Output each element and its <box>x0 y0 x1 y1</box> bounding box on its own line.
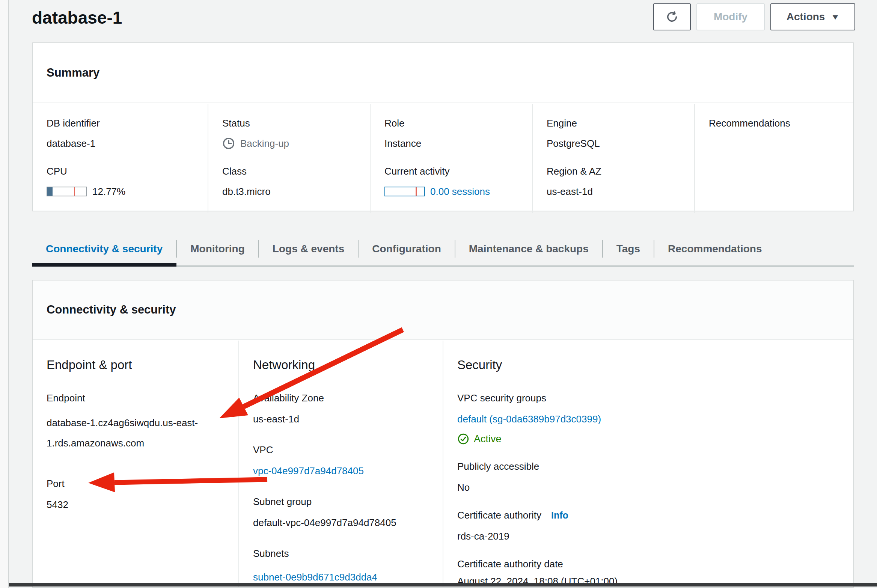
port-value: 5432 <box>47 498 229 511</box>
refresh-button[interactable] <box>653 3 691 30</box>
actions-button[interactable]: Actions ▼ <box>770 3 855 30</box>
endpoint-port-title: Endpoint & port <box>47 358 229 372</box>
left-gutter <box>0 0 9 588</box>
page-title: database-1 <box>32 8 122 28</box>
engine-label: Engine <box>547 117 687 130</box>
summary-col-identifier: DB identifier database-1 CPU 12.77% <box>33 104 208 213</box>
cpu-meter <box>47 187 87 196</box>
engine-value: PostgreSQL <box>547 137 687 150</box>
region-az-value: us-east-1d <box>547 185 687 198</box>
tab-tags[interactable]: Tags <box>603 232 654 265</box>
caret-down-icon: ▼ <box>831 13 840 21</box>
current-activity-value: 0.00 sessions <box>430 185 490 198</box>
vpc-security-groups-label: VPC security groups <box>457 392 844 404</box>
connectivity-security-title: Connectivity & security <box>33 280 853 340</box>
cpu-value: 12.77% <box>92 185 125 198</box>
certificate-authority-label: Certificate authority <box>457 509 541 522</box>
window-bottom-edge <box>9 583 877 586</box>
connectivity-security-panel: Connectivity & security Endpoint & port … <box>32 280 854 588</box>
recommendations-label: Recommendations <box>709 117 846 130</box>
tab-connectivity-security[interactable]: Connectivity & security <box>32 232 176 265</box>
subnet-group-label: Subnet group <box>253 495 434 508</box>
refresh-icon <box>665 10 679 24</box>
endpoint-value: database-1.cz4ag6siwqdu.us-east-1.rds.am… <box>47 413 209 453</box>
class-label: Class <box>222 165 362 178</box>
detail-tabs: Connectivity & security Monitoring Logs … <box>32 232 854 267</box>
tab-recommendations[interactable]: Recommendations <box>654 232 776 265</box>
current-activity-label: Current activity <box>384 165 524 178</box>
certificate-authority-value: rds-ca-2019 <box>457 530 844 543</box>
status-label: Status <box>222 117 362 130</box>
tab-maintenance-backups[interactable]: Maintenance & backups <box>455 232 603 265</box>
cpu-label: CPU <box>47 165 200 178</box>
availability-zone-value: us-east-1d <box>253 413 434 425</box>
db-identifier-label: DB identifier <box>47 117 200 130</box>
summary-col-status: Status Backing-up Class db.t3.micro <box>208 104 370 213</box>
actions-button-label: Actions <box>787 11 825 23</box>
certificate-authority-date-label: Certificate authority date <box>457 558 844 570</box>
subnets-label: Subnets <box>253 547 434 560</box>
class-value: db.t3.micro <box>222 185 362 198</box>
summary-panel: Summary DB identifier database-1 CPU 12.… <box>32 42 854 211</box>
vpc-link[interactable]: vpc-04e997d7a94d78405 <box>253 465 364 476</box>
publicly-accessible-label: Publicly accessible <box>457 460 844 473</box>
summary-grid: DB identifier database-1 CPU 12.77% Stat… <box>33 104 853 211</box>
toolbar: Modify Actions ▼ <box>653 3 855 30</box>
security-group-status: Active <box>474 433 502 445</box>
status-value: Backing-up <box>240 137 289 150</box>
networking-title: Networking <box>253 358 434 372</box>
tab-monitoring[interactable]: Monitoring <box>176 232 259 265</box>
tab-configuration[interactable]: Configuration <box>358 232 455 265</box>
summary-col-recommendations: Recommendations <box>694 104 853 213</box>
check-circle-icon <box>457 433 469 445</box>
clock-icon <box>222 137 235 150</box>
security-group-link[interactable]: default (sg-0da6389b97d3c0399) <box>457 413 601 425</box>
endpoint-port-section: Endpoint & port Endpoint database-1.cz4a… <box>33 341 238 588</box>
certificate-authority-info-link[interactable]: Info <box>551 509 568 522</box>
summary-col-engine: Engine PostgreSQL Region & AZ us-east-1d <box>532 104 694 213</box>
tab-logs-events[interactable]: Logs & events <box>259 232 358 265</box>
role-value: Instance <box>384 137 524 150</box>
subnet-group-value: default-vpc-04e997d7a94d78405 <box>253 516 434 529</box>
db-identifier-value: database-1 <box>47 137 200 150</box>
port-label: Port <box>47 477 229 490</box>
connectivity-body: Endpoint & port Endpoint database-1.cz4a… <box>33 341 853 587</box>
modify-button[interactable]: Modify <box>696 3 765 30</box>
availability-zone-label: Availability Zone <box>253 392 434 404</box>
activity-meter <box>384 187 425 196</box>
summary-panel-title: Summary <box>33 43 853 103</box>
role-label: Role <box>384 117 524 130</box>
subnet-link-1[interactable]: subnet-0e9b9d671c9d3dda4 <box>253 571 377 583</box>
publicly-accessible-value: No <box>457 481 844 494</box>
vpc-label: VPC <box>253 443 434 456</box>
endpoint-label: Endpoint <box>47 392 229 404</box>
region-az-label: Region & AZ <box>547 165 687 178</box>
security-title: Security <box>457 358 844 372</box>
security-section: Security VPC security groups default (sg… <box>443 341 853 588</box>
networking-section: Networking Availability Zone us-east-1d … <box>238 341 443 588</box>
summary-col-role: Role Instance Current activity 0.00 sess… <box>370 104 532 213</box>
